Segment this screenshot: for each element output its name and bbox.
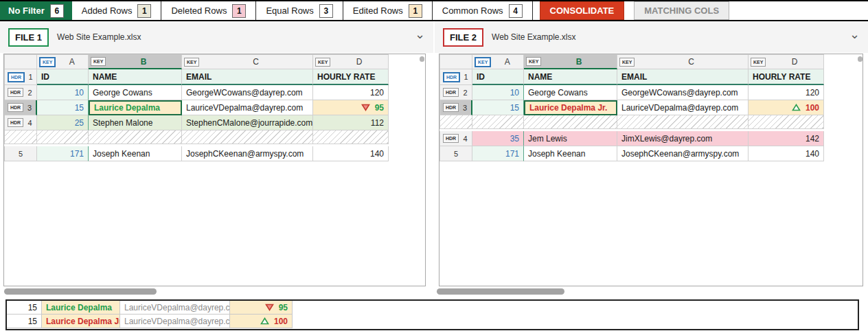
grid-cell-id[interactable]: 10 <box>472 85 524 100</box>
grid-cell-rate[interactable]: 142 <box>749 131 824 146</box>
column-header-D[interactable]: KEYD <box>749 54 824 69</box>
grid-cell-email[interactable]: LauriceVDepalma@dayrep.com <box>617 100 749 115</box>
row-header-cell[interactable]: HDR4 <box>439 131 472 146</box>
hdr-badge[interactable]: HDR <box>443 72 460 82</box>
grid-cell-name[interactable]: Joseph Keenan <box>524 146 617 161</box>
grid-cell-rate[interactable]: 140 <box>749 146 824 161</box>
grid-cell-id[interactable]: 171 <box>37 146 89 161</box>
key-badge[interactable]: KEY <box>184 58 199 67</box>
filter-tab-added-rows[interactable]: Added Rows 1 <box>72 1 162 20</box>
row-header-cell[interactable]: HDR3 <box>439 100 472 115</box>
file1-horizontal-scrollbar[interactable] <box>4 288 157 295</box>
row-number: 3 <box>26 104 33 112</box>
diff-cell-id[interactable]: 15 <box>7 301 42 315</box>
grid-cell-email[interactable]: JimXLewis@dayrep.com <box>617 131 749 146</box>
hdr-badge[interactable]: HDR <box>443 134 459 143</box>
key-badge[interactable]: KEY <box>619 58 635 67</box>
column-header-A[interactable]: KEYA <box>472 54 524 69</box>
grid-cell-rate[interactable]: 112 <box>313 115 389 130</box>
header-cell-name[interactable]: NAME <box>524 69 617 85</box>
header-cell-email[interactable]: EMAIL <box>617 69 749 85</box>
row-header-cell[interactable]: HDR4 <box>4 115 37 130</box>
header-cell-id[interactable]: ID <box>472 69 524 85</box>
key-badge[interactable]: KEY <box>91 57 106 66</box>
filter-tab-equal-rows[interactable]: Equal Rows 3 <box>256 1 343 20</box>
diff-cell-id[interactable]: 15 <box>7 315 42 328</box>
file2-horizontal-scrollbar[interactable] <box>437 288 564 295</box>
header-cell-id[interactable]: ID <box>37 69 89 85</box>
header-cell-hourly-rate[interactable]: HOURLY RATE <box>313 69 389 85</box>
grid-cell-name-edited[interactable]: Laurice Depalma <box>89 100 182 115</box>
key-badge[interactable]: KEY <box>39 57 56 67</box>
grid-cell-email[interactable]: JosephCKeenan@armyspy.com <box>617 146 749 161</box>
filter-tab-edited-rows[interactable]: Edited Rows 1 <box>343 1 433 20</box>
key-badge[interactable]: KEY <box>526 57 541 66</box>
row-header-cell[interactable]: HDR2 <box>439 85 472 100</box>
grid-cell-id[interactable]: 15 <box>37 100 89 115</box>
grid-cell-id[interactable]: 171 <box>472 146 524 161</box>
column-header-C[interactable]: KEYC <box>182 54 313 69</box>
grid-cell-name[interactable]: Stephen Malone <box>89 115 182 130</box>
column-header-C[interactable]: KEYC <box>617 54 749 69</box>
grid-cell-name[interactable]: George Cowans <box>89 85 182 100</box>
hdr-badge[interactable]: HDR <box>443 103 459 112</box>
diff-cell-email[interactable]: LauriceVDepalma@dayrep.com <box>120 301 230 315</box>
hdr-badge[interactable]: HDR <box>443 88 459 97</box>
grid-cell-rate[interactable]: 120 <box>749 85 824 100</box>
key-badge[interactable]: KEY <box>751 58 766 67</box>
grid-cell-name[interactable]: Joseph Keenan <box>89 146 182 161</box>
matching-cols-button[interactable]: MATCHING COLS <box>634 1 729 20</box>
hdr-badge[interactable]: HDR <box>8 118 23 127</box>
file2-name: Web Site Example.xlsx <box>492 32 576 42</box>
file1-vertical-scrollbar[interactable] <box>420 56 424 62</box>
grid-cell-rate[interactable]: 95 <box>313 100 389 115</box>
row-header-cell[interactable]: HDR2 <box>4 85 37 100</box>
chevron-down-icon[interactable]: ⌄ <box>415 27 425 42</box>
key-badge[interactable]: KEY <box>315 58 330 67</box>
diff-cell-name[interactable]: Laurice Depalma <box>42 301 120 315</box>
grid-cell-id[interactable]: 35 <box>472 131 524 146</box>
hdr-badge[interactable]: HDR <box>8 103 23 112</box>
row-header-cell[interactable]: HDR1 <box>439 69 472 85</box>
grid-cell-email[interactable]: StephenCMalone@jourrapide.com <box>182 115 313 130</box>
grid-cell-email[interactable]: LauriceVDepalma@dayrep.com <box>182 100 313 115</box>
grid-cell-id[interactable]: 15 <box>472 100 524 115</box>
grid-cell-rate[interactable]: 140 <box>313 146 389 161</box>
chevron-down-icon[interactable]: ⌄ <box>849 27 860 42</box>
diff-cell-rate[interactable]: 100 <box>230 315 293 328</box>
corner-cell[interactable] <box>439 54 472 69</box>
header-cell-name[interactable]: NAME <box>89 69 182 85</box>
grid-cell-email[interactable]: GeorgeWCowans@dayrep.com <box>617 85 749 100</box>
column-header-B[interactable]: KEYB <box>89 54 182 69</box>
filter-tab-no-filter[interactable]: No Filter 6 <box>0 1 72 20</box>
grid-cell-email[interactable]: JosephCKeenan@armyspy.com <box>182 146 313 161</box>
row-header-cell[interactable]: HDR3 <box>4 100 37 115</box>
column-header-A[interactable]: KEYA <box>37 54 89 69</box>
row-header-cell[interactable]: 5 <box>4 146 37 161</box>
key-badge[interactable]: KEY <box>475 57 491 67</box>
corner-cell[interactable] <box>4 54 37 69</box>
grid-cell-name[interactable]: Jem Lewis <box>524 131 617 146</box>
grid-cell-id[interactable]: 25 <box>37 115 89 130</box>
diff-cell-email[interactable]: LauriceVDepalma@dayrep.com <box>120 315 230 328</box>
hdr-badge[interactable]: HDR <box>8 88 23 97</box>
header-cell-hourly-rate[interactable]: HOURLY RATE <box>749 69 824 85</box>
diff-cell-rate[interactable]: 95 <box>230 301 293 315</box>
hdr-badge[interactable]: HDR <box>8 72 25 82</box>
column-header-B[interactable]: KEYB <box>524 54 617 69</box>
grid-cell-id[interactable]: 10 <box>37 85 89 100</box>
grid-cell-rate[interactable]: 120 <box>313 85 389 100</box>
grid-cell-rate[interactable]: 100 <box>749 100 824 115</box>
row-header-cell[interactable]: 5 <box>439 146 472 161</box>
consolidate-button[interactable]: CONSOLIDATE <box>540 1 625 20</box>
filter-tab-deleted-rows[interactable]: Deleted Rows 1 <box>161 1 256 20</box>
row-header-cell[interactable]: HDR1 <box>4 69 37 85</box>
header-cell-email[interactable]: EMAIL <box>182 69 313 85</box>
grid-cell-name-edited[interactable]: Laurice Depalma Jr. <box>524 100 617 115</box>
diff-cell-name[interactable]: Laurice Depalma Jr. <box>42 315 120 328</box>
grid-cell-email[interactable]: GeorgeWCowans@dayrep.com <box>182 85 313 100</box>
filter-tab-common-rows[interactable]: Common Rows 4 <box>433 1 533 20</box>
file2-vertical-scrollbar[interactable] <box>858 56 863 62</box>
column-header-D[interactable]: KEYD <box>313 54 389 69</box>
grid-cell-name[interactable]: George Cowans <box>524 85 617 100</box>
